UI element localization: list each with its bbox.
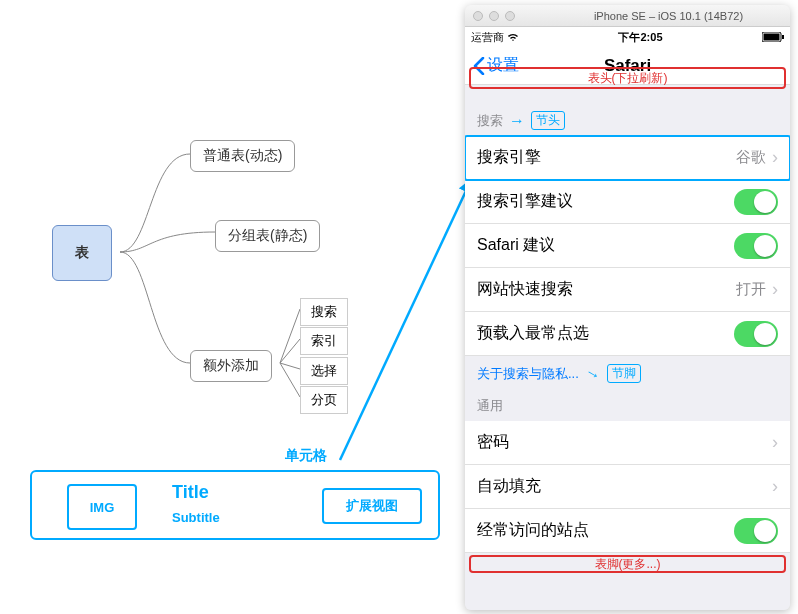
mindmap-diagram: 表 普通表(动态) 分组表(静态) 额外添加 搜索 索引 选择 分页 单元格 I…: [0, 0, 460, 614]
node-extra: 额外添加: [190, 350, 272, 382]
row-quick-search[interactable]: 网站快速搜索 打开 ›: [465, 268, 790, 312]
zoom-icon[interactable]: [505, 11, 515, 21]
switch-toggle[interactable]: [734, 189, 778, 215]
cell-img: IMG: [67, 484, 137, 530]
row-value: 谷歌: [736, 148, 766, 167]
chevron-right-icon: ›: [772, 476, 778, 497]
minimize-icon[interactable]: [489, 11, 499, 21]
chevron-right-icon: ›: [772, 147, 778, 168]
traffic-lights[interactable]: [473, 11, 515, 21]
cell-title: Title: [172, 482, 209, 503]
switch-toggle[interactable]: [734, 321, 778, 347]
row-search-suggestions[interactable]: 搜索引擎建议: [465, 180, 790, 224]
svg-rect-2: [764, 34, 780, 41]
node-grouped-table: 分组表(静态): [215, 220, 320, 252]
clock-label: 下午2:05: [618, 30, 662, 45]
status-bar: 运营商 下午2:05: [465, 27, 790, 47]
leaf-select: 选择: [300, 357, 348, 385]
row-safari-suggestions[interactable]: Safari 建议: [465, 224, 790, 268]
ios-screen: 运营商 下午2:05 设置 Safari 表头(下拉刷新) 搜索 → 节头 搜索…: [465, 27, 790, 610]
row-autofill[interactable]: 自动填充 ›: [465, 465, 790, 509]
row-label: 网站快速搜索: [477, 279, 573, 300]
carrier-label: 运营商: [471, 30, 504, 45]
section-header-label: 搜索: [477, 112, 503, 130]
row-value: 打开: [736, 280, 766, 299]
cell-accessory: 扩展视图: [322, 488, 422, 524]
table-header-callout: 表头(下拉刷新): [469, 67, 786, 89]
node-dynamic-table: 普通表(动态): [190, 140, 295, 172]
svg-rect-3: [782, 35, 784, 39]
cell-subtitle: Subtitle: [172, 510, 220, 525]
row-label: 密码: [477, 432, 509, 453]
row-frequent-sites[interactable]: 经常访问的站点: [465, 509, 790, 553]
switch-toggle[interactable]: [734, 233, 778, 259]
cell-label: 单元格: [285, 447, 327, 465]
section-footer-search[interactable]: 关于搜索与隐私... → 节脚: [465, 356, 790, 389]
row-label: 搜索引擎: [477, 147, 541, 168]
row-label: 自动填充: [477, 476, 541, 497]
chevron-right-icon: ›: [772, 279, 778, 300]
leaf-paging: 分页: [300, 386, 348, 414]
row-label: 搜索引擎建议: [477, 191, 573, 212]
wifi-icon: [507, 33, 519, 42]
row-passwords[interactable]: 密码 ›: [465, 421, 790, 465]
switch-toggle[interactable]: [734, 518, 778, 544]
row-search-engine[interactable]: 搜索引擎 谷歌 ›: [465, 136, 790, 180]
window-titlebar: iPhone SE – iOS 10.1 (14B72): [465, 5, 790, 27]
simulator-window: iPhone SE – iOS 10.1 (14B72) 运营商 下午2:05 …: [465, 5, 790, 610]
section-header-general: 通用: [465, 389, 790, 421]
arrow-right-icon: →: [509, 112, 525, 130]
chevron-right-icon: ›: [772, 432, 778, 453]
cell-schematic: IMG Title Subtitle 扩展视图: [30, 470, 440, 540]
section-header-search: 搜索 → 节头: [465, 93, 790, 136]
section-footer-tag: 节脚: [607, 364, 641, 383]
row-label: 经常访问的站点: [477, 520, 589, 541]
arrow-down-right-icon: →: [581, 362, 604, 386]
row-label: Safari 建议: [477, 235, 555, 256]
section-header-tag: 节头: [531, 111, 565, 130]
section-footer-label: 关于搜索与隐私...: [477, 365, 579, 383]
table-footer-callout: 表脚(更多...): [469, 555, 786, 573]
row-preload[interactable]: 预载入最常点选: [465, 312, 790, 356]
leaf-index: 索引: [300, 327, 348, 355]
section-header-label: 通用: [477, 397, 503, 415]
leaf-search: 搜索: [300, 298, 348, 326]
window-title: iPhone SE – iOS 10.1 (14B72): [555, 10, 782, 22]
root-node: 表: [52, 225, 112, 281]
close-icon[interactable]: [473, 11, 483, 21]
row-label: 预载入最常点选: [477, 323, 589, 344]
battery-icon: [762, 32, 784, 42]
